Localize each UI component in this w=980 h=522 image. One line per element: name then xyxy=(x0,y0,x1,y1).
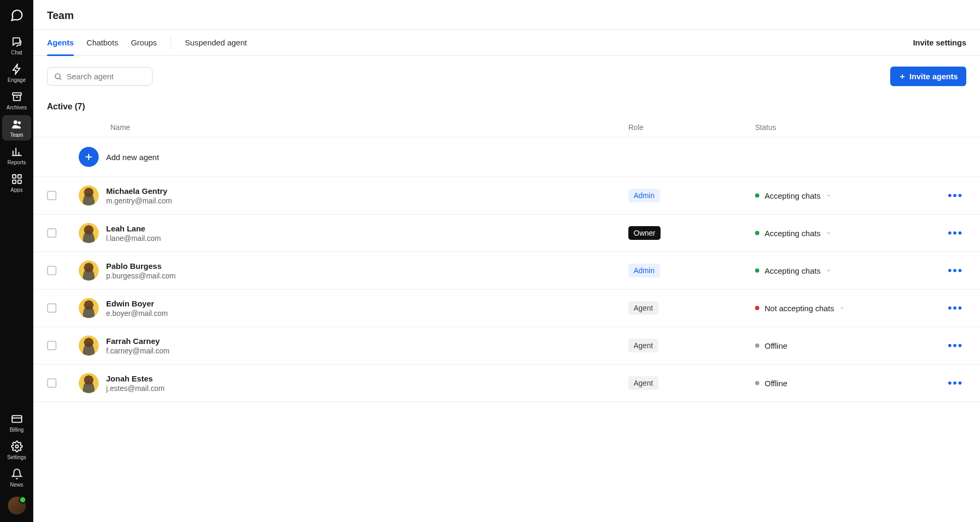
tab-groups[interactable]: Groups xyxy=(131,30,157,55)
svg-rect-6 xyxy=(17,180,21,183)
sidebar-item-news[interactable]: News xyxy=(2,465,31,490)
sidebar-item-label: News xyxy=(10,482,23,488)
row-actions-button[interactable]: ••• xyxy=(945,263,966,278)
chevron-down-icon xyxy=(826,230,831,236)
invite-settings-link[interactable]: Invite settings xyxy=(913,38,966,47)
table-row: Pablo Burgessp.burgess@mail.comAdminAcce… xyxy=(33,252,980,290)
row-checkbox[interactable] xyxy=(47,303,56,313)
user-avatar[interactable] xyxy=(8,497,26,515)
agent-email: e.boyer@mail.com xyxy=(106,309,168,318)
agent-email: p.burgess@mail.com xyxy=(106,272,176,280)
chevron-down-icon xyxy=(826,268,831,273)
status-dot xyxy=(755,343,759,348)
table-row: Jonah Estesj.estes@mail.comAgentOffline•… xyxy=(33,365,980,402)
sidebar-item-label: Apps xyxy=(11,187,23,193)
main: Team Agents Chatbots Groups Suspended ag… xyxy=(33,0,980,522)
agent-name: Leah Lane xyxy=(106,224,161,233)
sidebar-nav: Chat Engage Archives Team Reports xyxy=(0,33,33,195)
sidebar-item-reports[interactable]: Reports xyxy=(2,143,31,168)
role-badge: Admin xyxy=(628,264,660,277)
status-dot xyxy=(755,306,759,310)
status-label: Accepting chats xyxy=(765,229,821,238)
status-dot xyxy=(755,193,759,198)
table-row: Edwin Boyere.boyer@mail.comAgentNot acce… xyxy=(33,290,980,327)
sidebar-item-label: Chat xyxy=(11,50,22,56)
sidebar-item-label: Billing xyxy=(10,427,24,433)
table-row: Farrah Carneyf.carney@mail.comAgentOffli… xyxy=(33,327,980,365)
row-checkbox[interactable] xyxy=(47,228,56,238)
agent-email: l.lane@mail.com xyxy=(106,234,161,243)
role-badge: Agent xyxy=(628,301,658,315)
sidebar-bottom: Billing Settings News xyxy=(0,410,33,515)
tab-suspended-agent[interactable]: Suspended agent xyxy=(185,30,247,55)
agent-name: Edwin Boyer xyxy=(106,299,168,308)
sidebar-item-team[interactable]: Team xyxy=(2,115,31,141)
status-label: Accepting chats xyxy=(765,191,821,200)
svg-point-8 xyxy=(15,445,18,448)
agent-name: Michaela Gentry xyxy=(106,187,172,195)
agent-avatar xyxy=(79,260,99,281)
sidebar-item-apps[interactable]: Apps xyxy=(2,170,31,195)
sidebar-item-chat[interactable]: Chat xyxy=(2,33,31,58)
section-heading: Active (7) xyxy=(33,86,980,118)
archive-icon xyxy=(11,91,23,102)
controls-row: Invite agents xyxy=(33,56,980,86)
status-dot xyxy=(755,381,759,385)
sidebar-item-settings[interactable]: Settings xyxy=(2,437,31,463)
status-dropdown[interactable]: Accepting chats xyxy=(755,266,924,275)
status-dropdown[interactable]: Accepting chats xyxy=(755,191,924,200)
sidebar-item-billing[interactable]: Billing xyxy=(2,410,31,435)
search-icon xyxy=(54,72,62,81)
tab-chatbots[interactable]: Chatbots xyxy=(87,30,118,55)
agent-avatar xyxy=(79,298,99,318)
chevron-down-icon xyxy=(840,305,845,311)
row-checkbox[interactable] xyxy=(47,266,56,275)
col-role: Role xyxy=(628,123,755,132)
sidebar: Chat Engage Archives Team Reports xyxy=(0,0,33,522)
agents-table: Name Role Status Add new agent Michaela … xyxy=(33,118,980,402)
svg-rect-5 xyxy=(12,180,15,183)
sidebar-item-archives[interactable]: Archives xyxy=(2,88,31,113)
status-label: Offline xyxy=(765,379,787,388)
row-checkbox[interactable] xyxy=(47,378,56,388)
page-title: Team xyxy=(47,10,966,22)
row-actions-button[interactable]: ••• xyxy=(945,225,966,241)
svg-rect-4 xyxy=(17,175,21,178)
billing-icon xyxy=(11,413,23,425)
search-input[interactable] xyxy=(67,72,146,81)
plus-icon xyxy=(899,73,906,80)
add-new-agent-label: Add new agent xyxy=(106,153,159,162)
col-status: Status xyxy=(755,123,924,132)
apps-icon xyxy=(11,173,23,185)
svg-point-9 xyxy=(55,73,60,78)
row-checkbox[interactable] xyxy=(47,191,56,200)
chat-icon xyxy=(11,36,23,48)
agent-email: j.estes@mail.com xyxy=(106,384,165,393)
search-field[interactable] xyxy=(47,67,153,86)
role-badge: Agent xyxy=(628,376,658,390)
app-logo[interactable] xyxy=(9,7,25,23)
row-actions-button[interactable]: ••• xyxy=(945,300,966,316)
agent-name: Jonah Estes xyxy=(106,374,165,383)
tab-divider xyxy=(171,36,171,49)
sidebar-item-engage[interactable]: Engage xyxy=(2,60,31,86)
row-actions-button[interactable]: ••• xyxy=(945,188,966,203)
status-dropdown[interactable]: Not accepting chats xyxy=(755,304,924,313)
tabs: Agents Chatbots Groups Suspended agent xyxy=(47,30,247,55)
sidebar-item-label: Engage xyxy=(7,77,25,83)
tab-agents[interactable]: Agents xyxy=(47,30,74,55)
add-new-agent-row[interactable]: Add new agent xyxy=(33,137,980,177)
row-actions-button[interactable]: ••• xyxy=(945,338,966,353)
sidebar-item-label: Archives xyxy=(6,105,26,111)
status-dropdown[interactable]: Accepting chats xyxy=(755,229,924,238)
sidebar-item-label: Team xyxy=(10,132,23,138)
news-icon xyxy=(11,468,23,480)
row-actions-button[interactable]: ••• xyxy=(945,375,966,391)
svg-rect-3 xyxy=(12,175,15,178)
row-checkbox[interactable] xyxy=(47,341,56,350)
invite-agents-button[interactable]: Invite agents xyxy=(890,67,966,86)
team-icon xyxy=(11,118,23,130)
table-header: Name Role Status xyxy=(33,118,980,137)
invite-agents-label: Invite agents xyxy=(909,72,958,81)
agent-name: Farrah Carney xyxy=(106,337,169,346)
